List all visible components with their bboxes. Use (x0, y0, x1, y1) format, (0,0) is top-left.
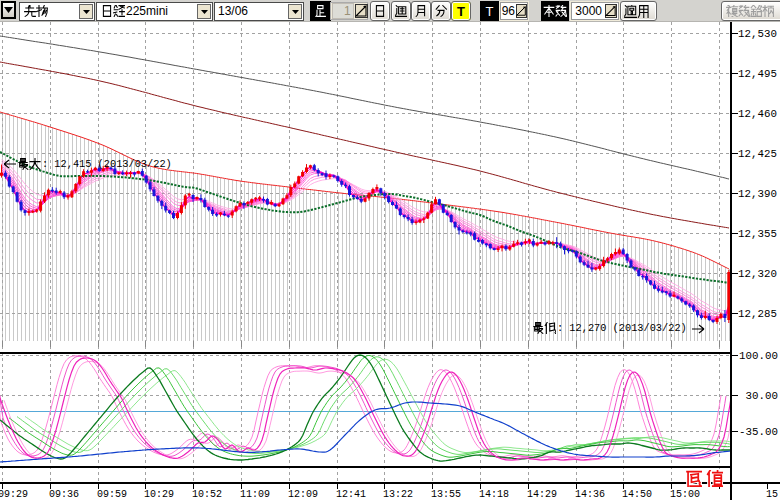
svg-text:100.00: 100.00 (739, 350, 778, 362)
svg-text:15:00: 15:00 (670, 489, 700, 500)
svg-text:12:41: 12:41 (336, 489, 366, 500)
svg-text:T: T (486, 4, 494, 19)
svg-text:12,355: 12,355 (738, 228, 777, 240)
svg-text:12,320: 12,320 (738, 268, 777, 280)
svg-text:12,530: 12,530 (738, 28, 777, 40)
svg-text:14:36: 14:36 (575, 489, 605, 500)
svg-text:13:22: 13:22 (383, 489, 413, 500)
svg-text:12,425: 12,425 (738, 148, 777, 160)
svg-text:09:29: 09:29 (0, 489, 28, 500)
svg-text:12,495: 12,495 (738, 68, 777, 80)
svg-text:T: T (457, 4, 465, 19)
svg-text:14:18: 14:18 (479, 489, 509, 500)
svg-text:15:10: 15:10 (766, 489, 780, 500)
svg-text:10:29: 10:29 (144, 489, 174, 500)
svg-text:09:36: 09:36 (49, 489, 79, 500)
svg-text:09:59: 09:59 (97, 489, 127, 500)
svg-text:14:29: 14:29 (527, 489, 557, 500)
svg-text:11:09: 11:09 (240, 489, 270, 500)
svg-text:12:09: 12:09 (288, 489, 318, 500)
svg-text:12,460: 12,460 (738, 108, 777, 120)
svg-text:30.00: 30.00 (746, 390, 778, 402)
svg-text:12,285: 12,285 (738, 308, 777, 320)
svg-text:12,390: 12,390 (738, 188, 777, 200)
svg-text:13:55: 13:55 (431, 489, 461, 500)
svg-text:10:52: 10:52 (192, 489, 222, 500)
svg-text:-35.00: -35.00 (739, 426, 778, 438)
svg-text:14:50: 14:50 (622, 489, 652, 500)
